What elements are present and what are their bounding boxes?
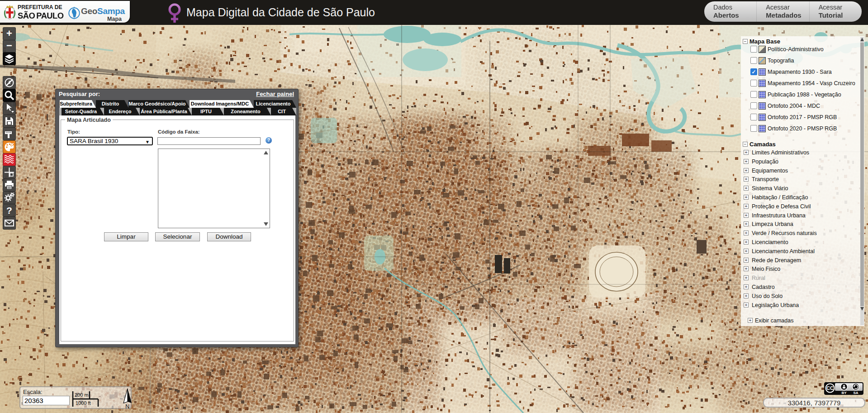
svg-text:CC: CC [826, 385, 834, 391]
svg-text:1000 ft: 1000 ft [76, 400, 91, 406]
svg-text:BY: BY [841, 391, 847, 395]
svg-text:200 m: 200 m [75, 392, 89, 398]
svg-text:N: N [125, 403, 129, 410]
svg-text:SA: SA [853, 391, 858, 395]
